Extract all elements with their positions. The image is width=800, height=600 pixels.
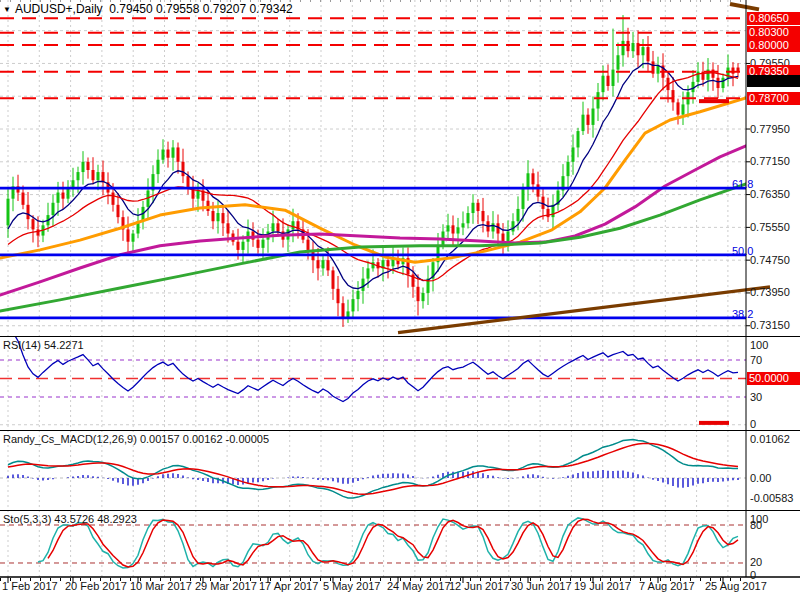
trading-chart-window: ▼AUDUSD+,Daily 0.79450 0.79558 0.79207 0…	[0, 0, 800, 600]
date-label-2: 20 Feb 2017	[65, 580, 127, 592]
macd-tick-0.01062: 0.01062	[750, 433, 790, 446]
ohlc-values: 0.79450 0.79558 0.79207 0.79342	[109, 2, 293, 16]
date-label-3: 10 Mar 2017	[130, 580, 192, 592]
rsi-level-box-50: 50.0000	[747, 372, 800, 385]
sto-indicator-label: Sto(5,3,3) 43.5726 48.2923	[3, 513, 137, 525]
chart-canvas	[0, 0, 800, 600]
price-line-box-0.80650: 0.80650	[747, 12, 800, 25]
rsi-indicator-label: RSI(14) 54.2271	[3, 339, 84, 351]
current-price-black-box	[747, 75, 800, 87]
sto-tick-80: 80	[750, 519, 762, 532]
rsi-tick-30: 30	[750, 391, 762, 404]
price-tick-0.76350: 0.76350	[750, 188, 790, 201]
date-label-12: 25 Aug 2017	[705, 580, 767, 592]
date-label-10: 19 Jul 2017	[574, 580, 631, 592]
fib-label-38-2: 38.2	[732, 308, 753, 320]
date-label-6: 5 May 2017	[323, 580, 380, 592]
price-tick-0.73150: 0.73150	[750, 319, 790, 332]
rsi-tick-0: 0	[750, 418, 756, 431]
date-label-9: 30 Jun 2017	[511, 580, 572, 592]
macd-tick--0.00583: -0.00583	[750, 492, 793, 505]
price-line-box-0.80000: 0.80000	[747, 39, 800, 52]
symbol-dropdown-icon[interactable]: ▼	[3, 5, 11, 14]
price-line-box-0.78700: 0.78700	[747, 92, 800, 105]
price-tick-0.77150: 0.77150	[750, 155, 790, 168]
main-chart-plot[interactable]	[0, 0, 746, 336]
price-tick-0.75550: 0.75550	[750, 221, 790, 234]
date-label-8: 12 Jun 2017	[449, 580, 510, 592]
date-label-7: 24 May 2017	[387, 580, 451, 592]
date-label-5: 17 Apr 2017	[259, 580, 318, 592]
price-tick-0.77950: 0.77950	[750, 123, 790, 136]
macd-tick-0.00: 0.00	[750, 472, 771, 485]
price-tick-0.74750: 0.74750	[750, 254, 790, 267]
date-label-11: 7 Aug 2017	[639, 580, 695, 592]
date-label-4: 29 Mar 2017	[195, 580, 257, 592]
macd-indicator-label: Randy_Cs_MACD(12,26,9) 0.00157 0.00162 -…	[3, 433, 269, 445]
date-label-1: 1 Feb 2017	[2, 580, 58, 592]
rsi-tick-100: 100	[750, 339, 768, 352]
rsi-plot[interactable]	[0, 337, 746, 430]
price-tick-0.73950: 0.73950	[750, 286, 790, 299]
chart-title: ▼AUDUSD+,Daily 0.79450 0.79558 0.79207 0…	[3, 2, 293, 16]
price-line-box-0.80300: 0.80300	[747, 26, 800, 39]
sto-tick-20: 20	[750, 556, 762, 569]
symbol-period-label: AUDUSD+,Daily	[15, 2, 103, 16]
rsi-tick-70: 70	[750, 354, 762, 367]
